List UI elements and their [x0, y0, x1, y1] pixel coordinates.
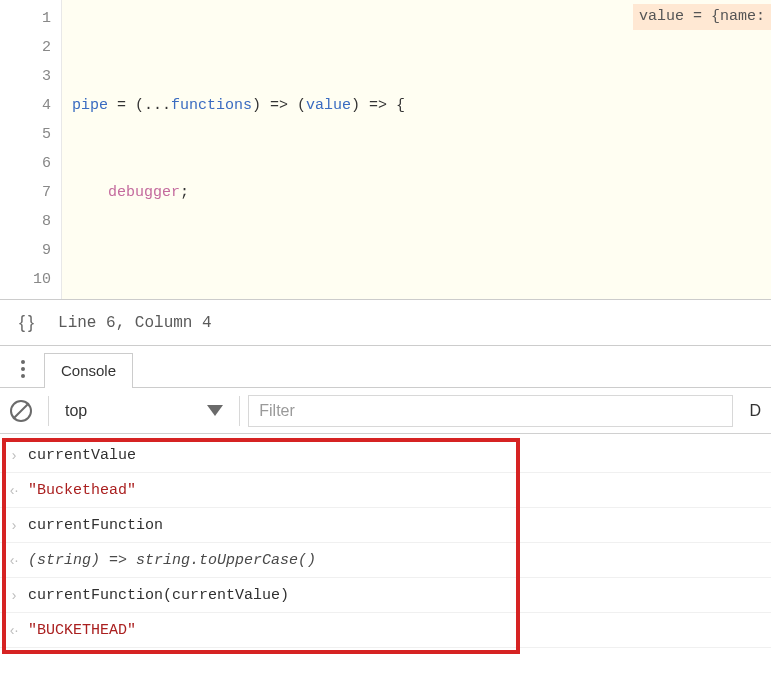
code-editor[interactable]: 1 2 3 4 5 6 7 8 9 10 value = {name: pipe…	[0, 0, 771, 300]
tok: value	[306, 97, 351, 114]
console-text: "Buckethead"	[28, 482, 136, 499]
levels-cutoff: D	[741, 402, 761, 420]
tok: ;	[180, 184, 189, 201]
more-icon[interactable]	[12, 357, 34, 387]
cursor-position: Line 6, Column 4	[58, 314, 212, 332]
console-text: (string) => string.toUpperCase()	[28, 552, 316, 569]
line-number: 4	[0, 91, 51, 120]
tok: functions	[171, 97, 252, 114]
tok: = (...	[117, 97, 171, 114]
console-input-row: ›currentFunction(currentValue)	[0, 578, 771, 613]
clear-console-icon[interactable]	[10, 400, 32, 422]
tok: ) => (	[252, 97, 306, 114]
context-selector[interactable]: top	[57, 398, 231, 424]
console-output-row: ‹·"Buckethead"	[0, 473, 771, 508]
line-number: 3	[0, 62, 51, 91]
console-text: currentFunction(currentValue)	[28, 587, 289, 604]
line-number: 8	[0, 207, 51, 236]
console-input-row: ›currentValue	[0, 438, 771, 473]
prompt-icon: ›	[6, 587, 22, 603]
console-output: ›currentValue ‹·"Buckethead" ›currentFun…	[0, 434, 771, 658]
context-value: top	[65, 402, 87, 420]
console-toolbar: top D	[0, 388, 771, 434]
code-line	[72, 265, 771, 294]
return-icon: ‹·	[6, 622, 22, 638]
divider	[48, 396, 49, 426]
tok: ) => {	[351, 97, 405, 114]
line-number: 10	[0, 265, 51, 294]
filter-input[interactable]	[248, 395, 733, 427]
console-output-row: ‹·(string) => string.toUpperCase()	[0, 543, 771, 578]
line-number: 5	[0, 120, 51, 149]
return-icon: ‹·	[6, 552, 22, 568]
console-text: "BUCKETHEAD"	[28, 622, 136, 639]
divider	[239, 396, 240, 426]
panel-tabs: Console	[0, 346, 771, 388]
prompt-icon: ›	[6, 517, 22, 533]
line-number: 6	[0, 149, 51, 178]
console-output-row: ‹·"BUCKETHEAD"	[0, 613, 771, 648]
watch-inlay: value = {name:	[633, 4, 771, 30]
format-icon[interactable]: { }	[14, 309, 38, 336]
console-text: currentFunction	[28, 517, 163, 534]
line-number: 2	[0, 33, 51, 62]
return-icon: ‹·	[6, 482, 22, 498]
prompt-icon: ›	[6, 447, 22, 463]
tok: pipe	[72, 97, 117, 114]
line-number: 1	[0, 4, 51, 33]
code-area[interactable]: value = {name: pipe = (...functions) => …	[62, 0, 771, 299]
code-line: pipe = (...functions) => (value) => {	[72, 91, 771, 120]
line-gutter: 1 2 3 4 5 6 7 8 9 10	[0, 0, 62, 299]
tok: debugger	[72, 184, 180, 201]
console-text: currentValue	[28, 447, 136, 464]
tab-console[interactable]: Console	[44, 353, 133, 388]
console-input-row: ›currentFunction	[0, 508, 771, 543]
line-number: 7	[0, 178, 51, 207]
code-line: debugger;	[72, 178, 771, 207]
status-bar: { } Line 6, Column 4	[0, 300, 771, 346]
chevron-down-icon	[207, 405, 223, 416]
line-number: 9	[0, 236, 51, 265]
